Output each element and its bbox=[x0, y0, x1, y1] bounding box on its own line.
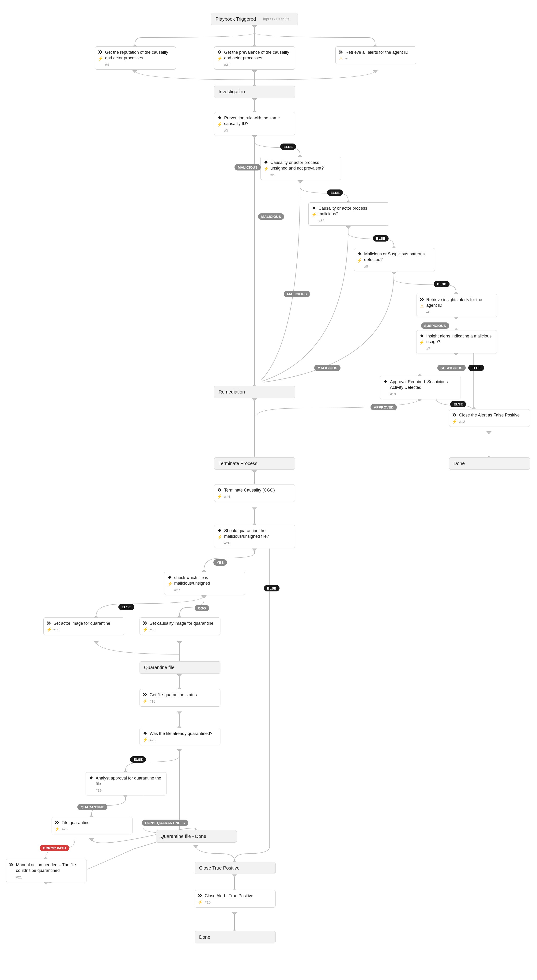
cond-already-quarantined-id: #20 bbox=[149, 738, 216, 743]
cond-already-quarantined[interactable]: ⚡ Was the file already quarantined? #20 bbox=[140, 728, 221, 745]
bolt-icon: ⚡ bbox=[198, 900, 203, 905]
close-true-positive-label: Close True Positive bbox=[199, 865, 240, 870]
task-manual-action-title: Manual action needed – The file couldn't… bbox=[16, 862, 83, 873]
warning-icon: ⚠ bbox=[419, 304, 424, 309]
svg-rect-8 bbox=[218, 529, 221, 532]
chevrons-icon bbox=[198, 893, 203, 898]
edge-label-error-path: ERROR PATH bbox=[40, 845, 69, 851]
chevrons-icon bbox=[143, 692, 148, 697]
cond-process-malicious-title: Causality or actor process malicious? bbox=[318, 205, 385, 217]
task-retrieve-insights[interactable]: ⚠ Retrieve insights alerts for the agent… bbox=[416, 294, 497, 317]
playbook-triggered-header[interactable]: Playbook Triggered Inputs / Outputs bbox=[211, 13, 298, 25]
svg-rect-3 bbox=[264, 161, 268, 164]
edge-label-else: ELSE bbox=[450, 401, 466, 407]
task-get-quarantine-status[interactable]: ⚡ Get file-quarantine status #18 bbox=[140, 689, 221, 706]
bolt-icon: ⚡ bbox=[311, 212, 316, 217]
svg-rect-9 bbox=[168, 576, 172, 579]
task-reputation-title: Get the reputation of the causality and … bbox=[105, 49, 172, 61]
approval-suspicious-title: Approval Required: Suspicious Activity D… bbox=[390, 379, 457, 390]
chevrons-icon bbox=[9, 862, 14, 867]
task-close-tp-title: Close Alert - True Positive bbox=[205, 893, 272, 899]
task-file-quarantine-title: File quarantine bbox=[62, 820, 129, 826]
task-file-quarantine[interactable]: ⚡ File quarantine #23 bbox=[52, 817, 132, 834]
diamond-icon bbox=[357, 251, 362, 256]
task-retrieve-insights-id: #8 bbox=[426, 310, 493, 315]
terminate-process-label: Terminate Process bbox=[219, 461, 257, 466]
task-close-false-positive[interactable]: ⚡ Close the Alert as False Positive #12 bbox=[449, 409, 530, 427]
task-reputation-id: #4 bbox=[105, 62, 172, 67]
edge-label-else: ELSE bbox=[118, 604, 134, 610]
bolt-icon: ⚡ bbox=[357, 258, 362, 263]
edge-label-cgo: CGO bbox=[195, 605, 209, 611]
bolt-icon: ⚡ bbox=[167, 581, 172, 587]
cond-should-quarantine[interactable]: ⚡ Should quarantine the malicious/unsign… bbox=[214, 525, 295, 548]
task-retrieve-alerts[interactable]: ⚠ Retrieve all alerts for the agent ID #… bbox=[335, 46, 416, 64]
cond-patterns-detected[interactable]: ⚡ Malicious or Suspicious patterns detec… bbox=[354, 248, 435, 271]
svg-rect-5 bbox=[358, 252, 361, 255]
bolt-icon: ⚡ bbox=[55, 826, 60, 832]
chevrons-icon bbox=[143, 620, 148, 626]
inputs-outputs-link[interactable]: Inputs / Outputs bbox=[263, 17, 289, 21]
task-set-causality-image-title: Set causality image for quarantine bbox=[149, 620, 216, 626]
task-terminate-causality[interactable]: ⚡ Terminate Causality (CGO) #14 bbox=[214, 484, 295, 502]
edge-label-else: ELSE bbox=[468, 365, 484, 371]
cond-should-quarantine-id: #26 bbox=[224, 541, 291, 546]
task-close-true-positive[interactable]: ⚡ Close Alert - True Positive #16 bbox=[195, 890, 275, 908]
task-set-actor-image-title: Set actor image for quarantine bbox=[54, 620, 120, 626]
chevrons-icon bbox=[46, 620, 52, 626]
done-main-label: Done bbox=[199, 934, 210, 940]
task-retrieve-insights-title: Retrieve insights alerts for the agent I… bbox=[426, 297, 493, 309]
edge-label-else: ELSE bbox=[280, 143, 296, 150]
cond-unsigned-id: #6 bbox=[270, 173, 337, 177]
edge-label-dont-quarantine: DON'T QUARANTINE bbox=[142, 819, 184, 826]
cond-which-file-title: check which file is malicious/unsigned bbox=[174, 575, 241, 586]
bolt-icon: ⚡ bbox=[143, 627, 148, 632]
cond-unsigned-title: Causality or actor process unsigned and … bbox=[270, 160, 337, 171]
done-fp-section[interactable]: Done bbox=[449, 457, 530, 470]
bolt-icon: ⚡ bbox=[143, 698, 148, 704]
done-main-section[interactable]: Done bbox=[195, 931, 275, 943]
cond-unsigned-notprevalent[interactable]: ⚡ Causality or actor process unsigned an… bbox=[260, 157, 341, 180]
edge-label-else: ELSE bbox=[373, 235, 389, 242]
close-true-positive-section[interactable]: Close True Positive bbox=[195, 862, 275, 874]
edge-label-suspicious: SUSPICIOUS bbox=[437, 365, 466, 371]
investigation-section[interactable]: Investigation bbox=[214, 86, 295, 98]
quarantine-file-label: Quarantine file bbox=[144, 665, 175, 670]
chevrons-icon bbox=[217, 487, 222, 492]
approval-analyst-quarantine[interactable]: Analyst approval for quarantine the file… bbox=[86, 772, 167, 795]
approval-analyst-quarantine-id: #19 bbox=[96, 788, 162, 793]
edge-label-quarantine: QUARANTINE bbox=[77, 804, 107, 810]
task-file-quarantine-id: #23 bbox=[62, 827, 129, 832]
task-set-actor-image[interactable]: ⚡ Set actor image for quarantine #29 bbox=[43, 617, 124, 635]
task-manual-action[interactable]: Manual action needed – The file couldn't… bbox=[6, 859, 87, 882]
diamond-icon bbox=[419, 333, 424, 338]
cond-prevention-rule[interactable]: ⚡ Prevention rule with the same causalit… bbox=[214, 112, 295, 135]
diamond-icon bbox=[167, 575, 172, 580]
cond-which-file[interactable]: ⚡ check which file is malicious/unsigned… bbox=[164, 572, 245, 595]
cond-insight-alerts[interactable]: ⚡ Insight alerts indicating a malicious … bbox=[416, 330, 497, 353]
cond-should-quarantine-title: Should quarantine the malicious/unsigned… bbox=[224, 528, 291, 539]
cond-insight-alerts-id: #7 bbox=[426, 346, 493, 351]
investigation-label: Investigation bbox=[219, 89, 245, 94]
cond-process-malicious[interactable]: ⚡ Causality or actor process malicious? … bbox=[308, 202, 389, 226]
cond-prevention-rule-title: Prevention rule with the same causality … bbox=[224, 115, 291, 127]
bolt-icon: ⚡ bbox=[217, 494, 222, 499]
approval-suspicious[interactable]: Approval Required: Suspicious Activity D… bbox=[380, 376, 461, 399]
task-set-causality-image[interactable]: ⚡ Set causality image for quarantine #30 bbox=[140, 617, 221, 635]
chevrons-icon bbox=[338, 49, 343, 55]
task-prevalence[interactable]: ⚡ Get the prevalence of the causality an… bbox=[214, 46, 295, 70]
svg-rect-11 bbox=[90, 776, 93, 780]
remediation-section[interactable]: Remediation bbox=[214, 386, 295, 398]
task-reputation[interactable]: ⚡ Get the reputation of the causality an… bbox=[95, 46, 176, 70]
terminate-process-section[interactable]: Terminate Process bbox=[214, 457, 295, 470]
cond-insight-alerts-title: Insight alerts indicating a malicious us… bbox=[426, 333, 493, 345]
cond-prevention-rule-id: #5 bbox=[224, 128, 291, 133]
approval-suspicious-id: #10 bbox=[390, 392, 457, 396]
bolt-icon: ⚡ bbox=[46, 627, 52, 632]
chevrons-icon bbox=[55, 820, 60, 825]
task-retrieve-alerts-title: Retrieve all alerts for the agent ID bbox=[345, 49, 412, 55]
diamond-icon bbox=[263, 160, 268, 165]
chevrons-icon bbox=[217, 49, 222, 55]
quarantine-file-done-section[interactable]: Quarantine file - Done bbox=[156, 830, 237, 843]
quarantine-file-section[interactable]: Quarantine file bbox=[140, 661, 221, 674]
